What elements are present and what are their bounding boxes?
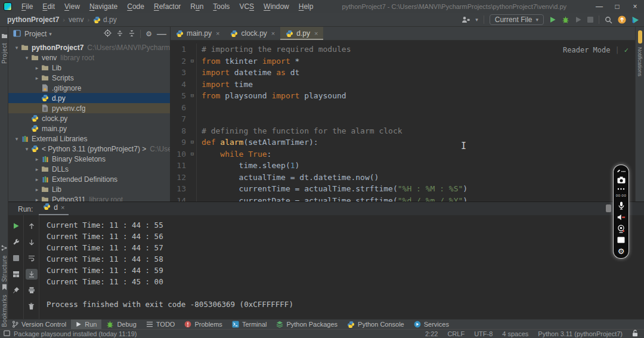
previous-occurrence-icon[interactable] xyxy=(26,221,38,231)
inspections-ok-icon[interactable]: ✓ xyxy=(624,45,628,57)
code-line[interactable]: 2⊟from tkinter import * xyxy=(171,55,644,67)
gear-icon[interactable]: ⚙ xyxy=(145,30,152,38)
sidebar-item-structure[interactable]: Structure xyxy=(0,243,8,282)
chevron-down-icon[interactable]: ▾ xyxy=(475,17,478,23)
tree-item[interactable]: .gitignore xyxy=(8,83,170,93)
tool-window-button-terminal[interactable]: Terminal xyxy=(227,320,272,329)
recorder-more-icon[interactable] xyxy=(617,188,625,190)
stop-button[interactable] xyxy=(587,17,593,23)
code-editor[interactable]: Reader Mode | ✓ I 1# importing the requi… xyxy=(171,41,644,201)
chevron-right-icon[interactable]: ▸ xyxy=(33,156,41,162)
menu-vcs[interactable]: VCS xyxy=(234,0,259,13)
run-button[interactable] xyxy=(549,16,556,23)
chevron-right-icon[interactable]: ▸ xyxy=(33,187,41,193)
tool-window-button-version-control[interactable]: Version Control xyxy=(7,320,71,329)
notifications-label[interactable]: Notifications xyxy=(637,47,643,76)
clear-console-icon[interactable] xyxy=(26,301,38,312)
tree-item[interactable]: ▸Lib xyxy=(8,63,170,73)
sidebar-item-bookmarks[interactable]: Bookmarks xyxy=(0,282,8,327)
run-console[interactable]: Current Time: 11 : 44 : 55Current Time: … xyxy=(39,215,644,319)
soft-wrap-icon[interactable] xyxy=(26,253,38,263)
tool-window-button-problems[interactable]: Problems xyxy=(179,320,227,329)
recorder-microphone-icon[interactable] xyxy=(618,201,624,210)
coverage-button[interactable] xyxy=(575,16,582,23)
close-button[interactable]: × xyxy=(626,0,644,13)
scroll-to-end-icon[interactable] xyxy=(26,269,38,280)
code-line[interactable]: 12 actualTime = dt.datetime.now() xyxy=(171,172,644,184)
code-line[interactable]: 6 xyxy=(171,102,644,114)
chevron-right-icon[interactable]: ▸ xyxy=(33,75,41,81)
chevron-down-icon[interactable]: ▾ xyxy=(49,31,52,37)
menu-window[interactable]: Window xyxy=(259,0,294,13)
maximize-button[interactable]: □ xyxy=(608,0,626,13)
tab-main.py[interactable]: main.py× xyxy=(171,27,225,40)
python-interpreter[interactable]: Python 3.11 (pythonProject7) xyxy=(538,330,623,337)
sidebar-item-project[interactable]: Project xyxy=(0,30,8,64)
chevron-down-icon[interactable]: ▾ xyxy=(13,136,20,142)
code-line[interactable]: 7 xyxy=(171,113,644,125)
tree-item[interactable]: ▸Python311library root xyxy=(8,194,170,201)
hide-panel-icon[interactable]: — xyxy=(157,29,166,39)
status-message[interactable]: Package playsound installed (today 11:19… xyxy=(14,330,137,337)
tree-item[interactable]: ▾pythonProject7C:\Users\MANVI\PycharmPro… xyxy=(8,42,170,52)
chevron-down-icon[interactable]: ▾ xyxy=(23,146,30,152)
debug-button[interactable] xyxy=(562,16,569,23)
project-panel-title[interactable]: Project xyxy=(24,30,47,38)
code-line[interactable]: 11 time.sleep(1) xyxy=(171,160,644,172)
menu-code[interactable]: Code xyxy=(122,0,149,13)
fold-marker-icon[interactable]: ⊟ xyxy=(188,148,197,160)
rerun-icon[interactable] xyxy=(10,221,22,231)
tool-window-button-todo[interactable]: TODO xyxy=(141,320,180,329)
recorder-timer-icon[interactable]: 00:00 xyxy=(616,194,627,197)
caret-position[interactable]: 2:22 xyxy=(425,330,438,337)
tree-item[interactable]: ▾< Python 3.11 (pythonProject7) >C:\User… xyxy=(8,144,170,154)
recorder-speaker-muted-icon[interactable] xyxy=(617,214,626,221)
scrollbar-warning-marker[interactable] xyxy=(638,30,642,44)
recorder-settings-icon[interactable]: ⚙ xyxy=(618,247,625,255)
code-line[interactable]: 3import datetime as dt xyxy=(171,67,644,79)
expand-all-icon[interactable] xyxy=(116,29,123,39)
run-tab[interactable]: d × xyxy=(39,203,69,215)
tree-item[interactable]: ▸Extended Definitions xyxy=(8,174,170,184)
fold-marker-icon[interactable]: ⊟ xyxy=(188,55,197,67)
close-icon[interactable]: × xyxy=(314,30,318,37)
chevron-right-icon[interactable]: ▸ xyxy=(33,197,41,202)
tree-item[interactable]: ▸DLLs xyxy=(8,164,170,174)
tree-item[interactable]: ▾External Libraries xyxy=(8,134,170,144)
code-line[interactable]: 10⊟ while True: xyxy=(171,148,644,160)
event-log-icon[interactable] xyxy=(4,330,10,337)
tree-item[interactable]: ▾venvlibrary root xyxy=(8,52,170,63)
tool-window-button-python-packages[interactable]: Python Packages xyxy=(271,320,342,329)
write-access-lock-icon[interactable] xyxy=(632,330,638,338)
recorder-screen-icon[interactable] xyxy=(617,237,625,243)
update-icon[interactable] xyxy=(618,15,626,24)
code-with-me-icon[interactable] xyxy=(462,16,470,23)
tree-item[interactable]: ▸Binary Skeletons xyxy=(8,154,170,164)
layout-icon[interactable] xyxy=(10,269,22,280)
stop-icon[interactable] xyxy=(10,253,22,263)
menu-run[interactable]: Run xyxy=(185,0,208,13)
code-line[interactable]: 8# defining the function for the alarm c… xyxy=(171,125,644,137)
tool-window-button-run[interactable]: Run xyxy=(71,320,101,329)
minimize-button[interactable]: — xyxy=(590,0,608,13)
chevron-right-icon[interactable]: ▸ xyxy=(33,166,41,172)
menu-refactor[interactable]: Refactor xyxy=(149,0,185,13)
tree-item[interactable]: ▸Lib xyxy=(8,184,170,194)
code-line[interactable]: 9⊟def alarm(setAlarmTimer): xyxy=(171,137,644,148)
tab-d.py[interactable]: d.py× xyxy=(280,27,323,40)
recorder-collapse-handle[interactable] xyxy=(606,204,611,212)
breadcrumb-file[interactable]: d.py xyxy=(103,15,117,24)
pin-icon[interactable] xyxy=(10,285,22,296)
chevron-down-icon[interactable]: ▾ xyxy=(23,55,30,61)
tree-item[interactable]: d.py xyxy=(8,93,170,103)
print-icon[interactable] xyxy=(26,285,38,296)
reader-mode-link[interactable]: Reader Mode xyxy=(563,45,610,57)
line-separator[interactable]: CRLF xyxy=(447,330,465,337)
menu-help[interactable]: Help xyxy=(294,0,318,13)
recorder-camera-icon[interactable] xyxy=(617,176,626,184)
fold-marker-icon[interactable]: ⊟ xyxy=(188,90,197,102)
tree-item[interactable]: main.py xyxy=(8,123,170,134)
locate-file-icon[interactable] xyxy=(104,29,112,39)
tool-window-button-services[interactable]: Services xyxy=(409,320,454,329)
breadcrumb-project[interactable]: pythonProject7 xyxy=(7,15,59,24)
